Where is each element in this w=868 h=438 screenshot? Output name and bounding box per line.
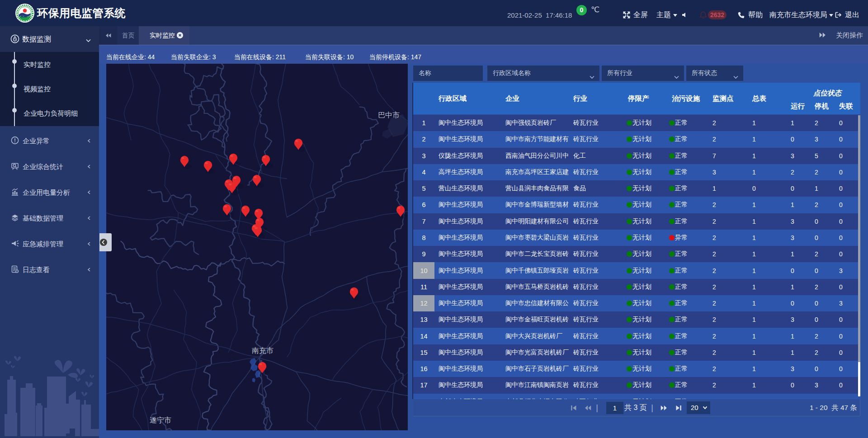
svg-text:巴中市: 巴中市: [378, 111, 400, 119]
svg-text:遂宁市: 遂宁市: [150, 416, 171, 424]
svg-text:南充市: 南充市: [252, 347, 274, 354]
